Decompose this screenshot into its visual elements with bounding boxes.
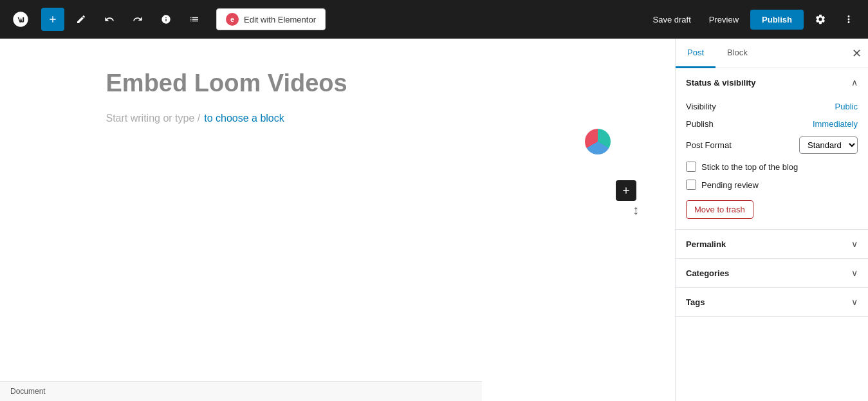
stick-to-top-label[interactable]: Stick to the top of the blog (701, 162, 798, 172)
sidebar-close-button[interactable]: ✕ (845, 42, 868, 65)
sidebar: Post Block ✕ Status & visibility ∧ Visib… (675, 39, 868, 401)
elementor-icon: e (226, 13, 239, 26)
publish-row: Publish Immediately (686, 119, 858, 129)
tags-title: Tags (686, 297, 705, 307)
loom-icon (585, 129, 611, 154)
choose-block-link[interactable]: to choose a block (204, 113, 284, 124)
permalink-title: Permalink (686, 239, 726, 249)
pending-review-label[interactable]: Pending review (701, 180, 759, 190)
settings-button[interactable] (809, 8, 832, 31)
list-view-button[interactable] (183, 8, 206, 31)
categories-title: Categories (686, 268, 729, 278)
status-visibility-header[interactable]: Status & visibility ∧ (676, 68, 868, 97)
publish-button[interactable]: Publish (750, 10, 804, 30)
post-title[interactable]: Embed Loom Videos (106, 70, 569, 97)
permalink-section: Permalink ∨ (676, 230, 868, 259)
save-draft-button[interactable]: Save draft (647, 11, 697, 28)
post-format-select[interactable]: Standard Aside Gallery Link Image Quote … (799, 136, 858, 154)
stick-to-top-checkbox[interactable] (686, 162, 696, 172)
loom-circle (585, 129, 611, 154)
toolbar-right: Save draft Preview Publish (647, 8, 860, 31)
tab-block[interactable]: Block (716, 39, 759, 68)
post-format-label: Post Format (686, 140, 732, 150)
tab-post[interactable]: Post (676, 39, 716, 68)
categories-section: Categories ∨ (676, 259, 868, 288)
visibility-row: Visibility Public (686, 102, 858, 111)
permalink-header[interactable]: Permalink ∨ (676, 230, 868, 258)
info-button[interactable] (154, 8, 178, 31)
toolbar: e Edit with Elementor Save draft Preview… (0, 0, 868, 39)
main-layout: Embed Loom Videos Start writing or type … (0, 39, 868, 401)
undo-button[interactable] (98, 8, 121, 31)
more-options-button[interactable] (837, 8, 860, 31)
add-block-floating-button[interactable] (616, 180, 636, 201)
redo-button[interactable] (126, 8, 149, 31)
tags-section: Tags ∨ (676, 288, 868, 317)
cursor-indicator: ↕ (633, 203, 639, 218)
document-label: Document (10, 387, 46, 396)
status-visibility-section: Status & visibility ∧ Visibility Public … (676, 68, 868, 230)
post-format-row: Post Format Standard Aside Gallery Link … (686, 136, 858, 154)
tags-chevron: ∨ (851, 297, 858, 307)
editor-area: Embed Loom Videos Start writing or type … (0, 39, 675, 401)
publish-value[interactable]: Immediately (813, 119, 858, 129)
add-block-toolbar-button[interactable] (41, 8, 64, 31)
visibility-label: Visibility (686, 102, 716, 111)
visibility-value[interactable]: Public (835, 102, 858, 111)
move-to-trash-button[interactable]: Move to trash (686, 200, 753, 219)
elementor-button-label: Edit with Elementor (244, 15, 316, 24)
status-visibility-chevron: ∧ (851, 77, 858, 88)
editor-placeholder: Start writing or type / to choose a bloc… (106, 113, 569, 124)
tags-header[interactable]: Tags ∨ (676, 288, 868, 316)
stick-to-top-row: Stick to the top of the blog (686, 162, 858, 172)
edit-icon-button[interactable] (69, 8, 93, 31)
status-visibility-title: Status & visibility (686, 78, 755, 88)
status-bar: Document (0, 381, 482, 401)
editor-content: Embed Loom Videos Start writing or type … (68, 39, 608, 155)
publish-label: Publish (686, 119, 714, 129)
permalink-chevron: ∨ (851, 239, 858, 249)
categories-chevron: ∨ (851, 268, 858, 278)
sidebar-tabs: Post Block ✕ (676, 39, 868, 68)
categories-header[interactable]: Categories ∨ (676, 259, 868, 287)
placeholder-text: Start writing or type / (106, 113, 201, 124)
wp-logo (8, 6, 33, 32)
pending-review-row: Pending review (686, 180, 858, 190)
pending-review-checkbox[interactable] (686, 180, 696, 190)
status-visibility-content: Visibility Public Publish Immediately Po… (676, 97, 868, 229)
preview-button[interactable]: Preview (703, 11, 745, 28)
edit-with-elementor-button[interactable]: e Edit with Elementor (216, 8, 326, 30)
